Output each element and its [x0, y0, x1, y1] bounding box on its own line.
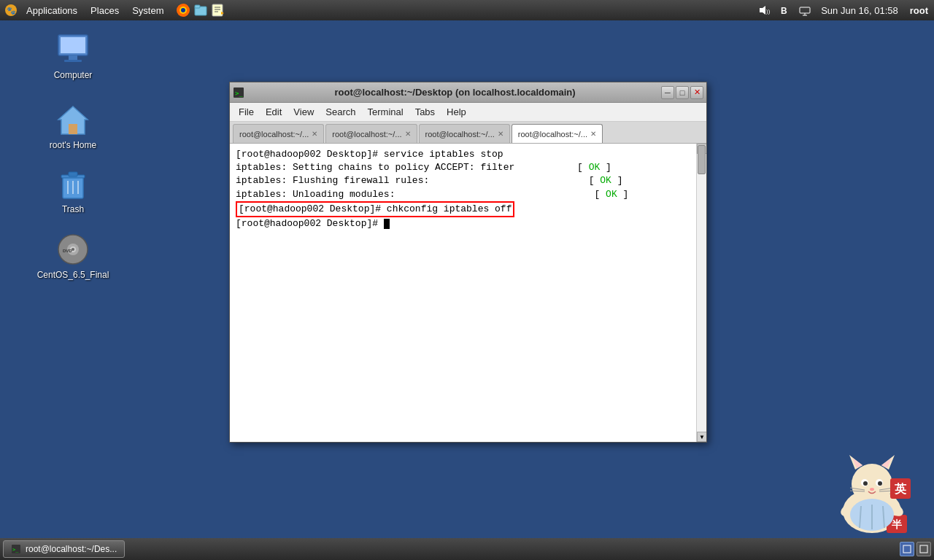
terminal-body[interactable]: [root@hadoop002 Desktop]# service iptabl… — [230, 144, 696, 442]
desktop-icon-computer[interactable]: Computer — [40, 32, 106, 80]
svg-point-38 — [852, 464, 892, 505]
svg-rect-64 — [903, 545, 911, 553]
svg-rect-15 — [800, 7, 810, 13]
term-line-5: [root@hadoop002 Desktop]# chkconfig ipta… — [236, 201, 690, 217]
svg-point-45 — [863, 481, 868, 486]
network-icon[interactable] — [798, 3, 812, 18]
trash-label: Trash — [62, 204, 84, 214]
desktop-icon-dvd[interactable]: DVD CentOS_6.5_Final — [40, 232, 106, 280]
tab-1-close[interactable]: ✕ — [312, 130, 317, 138]
home-icon — [55, 102, 90, 137]
desktop-icon-home[interactable]: root's Home — [40, 102, 106, 150]
svg-point-4 — [181, 8, 185, 12]
menu-help[interactable]: Help — [441, 105, 472, 119]
svg-text:>_: >_ — [12, 547, 19, 553]
svg-rect-6 — [195, 5, 200, 8]
terminal-content: [root@hadoop002 Desktop]# service iptabl… — [230, 144, 706, 442]
terminal-scrollbar[interactable]: ▲ ▼ — [696, 144, 706, 442]
desktop-icon-small — [903, 545, 911, 553]
svg-rect-7 — [212, 4, 223, 16]
desktop-icon-trash[interactable]: Trash — [40, 166, 106, 214]
menu-places[interactable]: Places — [85, 4, 125, 18]
datetime: Sun Jun 16, 01:58 — [821, 5, 898, 16]
scroll-down-button[interactable]: ▼ — [697, 432, 706, 442]
taskbar-bottom: >_ root@localhost:~/Des... — [0, 538, 934, 560]
minimize-button[interactable]: ─ — [661, 86, 674, 99]
taskbar-right: )) B Sun Jun 16, 01:58 root — [757, 3, 934, 18]
term-line-1: [root@hadoop002 Desktop]# service iptabl… — [236, 148, 690, 161]
menu-edit[interactable]: Edit — [260, 105, 287, 119]
computer-label: Computer — [54, 70, 93, 80]
svg-text:英: 英 — [894, 483, 907, 495]
svg-point-46 — [878, 481, 882, 486]
svg-text:>_: >_ — [235, 90, 243, 97]
dvd-icon: DVD — [55, 232, 90, 267]
taskbar-left: 🐾 Applications Places System — [0, 2, 229, 18]
close-button[interactable]: ✕ — [690, 86, 703, 99]
tab-2-label: root@localhost:~/... — [332, 130, 401, 139]
menu-applications[interactable]: Applications — [20, 4, 83, 18]
tab-3-close[interactable]: ✕ — [498, 130, 503, 138]
trash-icon — [55, 166, 90, 201]
menu-view[interactable]: View — [287, 105, 320, 119]
terminal-cursor — [384, 219, 390, 229]
terminal-title-icon: >_ — [233, 87, 244, 98]
tab-1[interactable]: root@localhost:~/... ✕ — [233, 124, 324, 143]
tab-1-label: root@localhost:~/... — [239, 130, 309, 139]
svg-rect-21 — [64, 60, 82, 62]
tab-3[interactable]: root@localhost:~/... ✕ — [419, 124, 510, 143]
tab-4-close[interactable]: ✕ — [590, 130, 596, 138]
terminal-window: >_ root@localhost:~/Desktop (on localhos… — [229, 82, 707, 443]
svg-rect-23 — [69, 124, 77, 134]
show-desktop-button-1[interactable] — [900, 542, 914, 556]
maximize-button[interactable]: □ — [676, 86, 689, 99]
svg-point-47 — [870, 488, 874, 491]
term-line-3: iptables: Flushing firewall rules: [ OK … — [236, 174, 690, 187]
svg-rect-20 — [69, 55, 77, 60]
firefox-icon[interactable] — [175, 2, 191, 18]
terminal-title-text: root@localhost:~/Desktop (on localhost.l… — [249, 87, 661, 98]
window-item-label: root@localhost:~/Des... — [26, 544, 117, 554]
terminal-menubar: File Edit View Search Terminal Tabs Help — [230, 103, 706, 122]
menu-system[interactable]: System — [126, 4, 169, 18]
terminal-titlebar: >_ root@localhost:~/Desktop (on localhos… — [230, 82, 706, 103]
files-icon[interactable] — [193, 2, 209, 18]
tab-2-close[interactable]: ✕ — [405, 130, 411, 138]
term-line-4: iptables: Unloading modules: [ OK ] — [236, 188, 690, 201]
svg-rect-19 — [61, 37, 85, 53]
bluetooth-icon[interactable]: B — [777, 3, 792, 18]
svg-rect-26 — [69, 172, 77, 176]
taskbar-bottom-right — [900, 542, 931, 556]
mascot-image: 英 半 — [817, 442, 927, 537]
menu-search[interactable]: Search — [320, 105, 361, 119]
volume-icon[interactable]: )) — [757, 3, 771, 18]
taskbar-top: 🐾 Applications Places System — [0, 0, 934, 20]
term-line-2: iptables: Setting chains to policy ACCEP… — [236, 161, 690, 174]
desktop-icon-small-2 — [919, 545, 928, 553]
tab-4-label: root@localhost:~/... — [518, 130, 587, 139]
tab-3-label: root@localhost:~/... — [425, 130, 495, 139]
menu-terminal[interactable]: Terminal — [362, 105, 409, 119]
menu-tabs[interactable]: Tabs — [409, 105, 441, 119]
home-label: root's Home — [50, 140, 96, 150]
text-editor-icon[interactable] — [210, 2, 226, 18]
terminal-window-controls: ─ □ ✕ — [661, 86, 703, 99]
gnome-foot-icon[interactable]: 🐾 — [3, 2, 19, 18]
tab-4[interactable]: root@localhost:~/... ✕ — [512, 124, 603, 143]
dvd-label: CentOS_6.5_Final — [37, 270, 109, 280]
show-desktop-button-2[interactable] — [916, 542, 931, 556]
tab-2[interactable]: root@localhost:~/... ✕ — [325, 124, 417, 143]
terminal-tabs: root@localhost:~/... ✕ root@localhost:~/… — [230, 122, 706, 144]
scrollbar-thumb[interactable] — [698, 145, 706, 174]
highlighted-command: [root@hadoop002 Desktop]# chkconfig ipta… — [236, 201, 514, 217]
svg-marker-12 — [760, 6, 765, 15]
svg-text:半: 半 — [892, 518, 903, 530]
svg-text:)): )) — [766, 8, 770, 15]
menu-file[interactable]: File — [233, 105, 260, 119]
username: root — [910, 5, 928, 16]
svg-text:B: B — [781, 6, 787, 16]
svg-rect-65 — [920, 545, 927, 553]
computer-icon — [55, 32, 90, 67]
terminal-taskbar-icon: >_ — [11, 544, 21, 554]
window-item-terminal[interactable]: >_ root@localhost:~/Des... — [3, 540, 125, 558]
